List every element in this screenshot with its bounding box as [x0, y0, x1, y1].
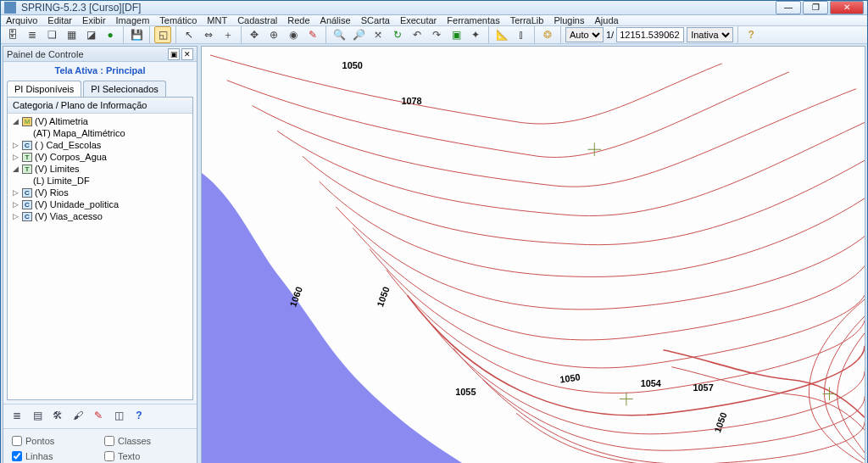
menu-temático[interactable]: Temático	[159, 15, 197, 25]
tree-node-label: (V) Altimetria	[35, 116, 88, 126]
contour-label: 1057	[693, 382, 714, 393]
tree-node[interactable]: ▷C(V) Vias_acesso	[9, 210, 191, 222]
tree-node[interactable]: ◢T(V) Limites	[9, 163, 191, 175]
check-texto[interactable]: Texto	[104, 451, 188, 461]
tree-node-label: (V) Rios	[35, 187, 69, 198]
menu-rede[interactable]: Rede	[287, 15, 309, 25]
scale-prefix: 1/	[606, 30, 614, 40]
grid-icon[interactable]: ▦	[63, 26, 80, 43]
stack-icon[interactable]: ❏	[43, 26, 60, 43]
status-mode-select[interactable]: Inativa	[687, 27, 733, 42]
contour-label: 1055	[455, 387, 476, 397]
tree-node-label: (AT) Mapa_Altimétrico	[33, 128, 125, 138]
app-icon	[4, 2, 16, 14]
add-icon[interactable]: ＋	[220, 26, 236, 43]
close-button[interactable]: ✕	[830, 1, 864, 14]
undo-icon[interactable]: ↶	[409, 26, 426, 43]
tree-node[interactable]: (L) Limite_DF	[9, 175, 191, 187]
menu-imagem[interactable]: Imagem	[116, 15, 150, 25]
tree-node-label: (L) Limite_DF	[33, 176, 90, 186]
save-icon[interactable]: 💾	[128, 26, 145, 43]
check-classes[interactable]: Classes	[104, 436, 188, 446]
contour-label: 1050	[342, 60, 363, 70]
chart-icon[interactable]: ⫿	[513, 26, 530, 43]
info-icon[interactable]: ◉	[285, 26, 302, 43]
edit-icon[interactable]: ✎	[304, 26, 321, 43]
menu-arquivo[interactable]: Arquivo	[6, 15, 37, 25]
zoom-full-icon[interactable]: ⤧	[370, 26, 387, 43]
menu-executar[interactable]: Executar	[400, 15, 437, 25]
minimize-button[interactable]: —	[776, 1, 801, 14]
eraser-icon[interactable]: ◪	[82, 26, 99, 43]
tool-wrench-icon[interactable]: 🛠	[51, 410, 64, 423]
menu-scarta[interactable]: SCarta	[361, 15, 390, 25]
menu-análise[interactable]: Análise	[320, 15, 351, 25]
measure-icon[interactable]: 📐	[493, 26, 510, 43]
tree-node-label: (V) Corpos_Agua	[35, 152, 107, 162]
wand-icon[interactable]: ✦	[467, 26, 484, 43]
layer-tree[interactable]: ◢M(V) Altimetria(AT) Mapa_Altimétrico▷C(…	[8, 114, 192, 399]
menu-ferramentas[interactable]: Ferramentas	[447, 15, 499, 25]
contour-label: 1050	[375, 285, 392, 308]
help-icon[interactable]: ?	[743, 26, 760, 43]
pan-icon[interactable]: ⇔	[200, 26, 217, 43]
menu-cadastral[interactable]: Cadastral	[237, 15, 277, 25]
check-linhas[interactable]: Linhas	[12, 451, 96, 461]
panel-close-button[interactable]: ✕	[181, 48, 193, 60]
tree-node[interactable]: ▷C(V) Unidade_politica	[9, 198, 191, 210]
menu-ajuda[interactable]: Ajuda	[594, 15, 618, 25]
tool-pencil-icon[interactable]: ✎	[92, 410, 105, 423]
menu-plugins[interactable]: Plugins	[554, 15, 584, 25]
panel-title: Painel de Controle	[7, 49, 166, 59]
db-icon[interactable]: 🗄	[4, 26, 21, 43]
zoom-in-icon[interactable]: 🔍	[331, 26, 348, 43]
tree-node-label: (V) Unidade_politica	[35, 199, 119, 209]
tool-paint-icon[interactable]: 🖌	[71, 410, 85, 423]
tree-node[interactable]: (AT) Mapa_Altimétrico	[9, 127, 191, 139]
map-canvas[interactable]: 105010781060105010551050105410571050	[201, 46, 865, 463]
target-icon[interactable]: ⊕	[265, 26, 282, 43]
menu-terralib[interactable]: TerraLib	[510, 15, 544, 25]
tree-node[interactable]: ▷C( ) Cad_Escolas	[9, 139, 191, 151]
bounds-icon[interactable]: ▣	[448, 26, 465, 43]
redo-icon[interactable]: ↷	[428, 26, 445, 43]
zoom-out-icon[interactable]: 🔎	[350, 26, 367, 43]
region-icon[interactable]: ◱	[154, 26, 171, 43]
menu-mnt[interactable]: MNT	[207, 15, 227, 25]
tool-help-icon[interactable]: ?	[132, 410, 146, 423]
pointer-icon[interactable]: ↖	[181, 26, 198, 43]
control-panel: Painel de Controle ▣ ✕ Tela Ativa : Prin…	[3, 46, 198, 463]
tree-node-label: (V) Limites	[35, 164, 80, 174]
scale-mode-select[interactable]: Auto	[565, 27, 604, 42]
tool-table-icon[interactable]: ▤	[31, 410, 44, 423]
tree-node-label: ( ) Cad_Escolas	[35, 140, 101, 150]
tool-columns-icon[interactable]: ◫	[112, 410, 125, 423]
contour-label: 1050	[712, 411, 729, 434]
globe-icon[interactable]: ❂	[539, 26, 556, 43]
panel-undock-button[interactable]: ▣	[168, 48, 180, 60]
maximize-button[interactable]: ❐	[803, 1, 828, 14]
tree-header: Categoria / Plano de Informação	[8, 98, 192, 114]
move-icon[interactable]: ✥	[246, 26, 263, 43]
tree-node-label: (V) Vias_acesso	[35, 211, 103, 221]
check-pontos[interactable]: Pontos	[12, 436, 96, 446]
tree-node[interactable]: ▷C(V) Rios	[9, 187, 191, 198]
tab-pi-disponiveis[interactable]: PI Disponíveis	[7, 81, 81, 97]
menubar: ArquivoEditarExibirImagemTemáticoMNTCada…	[1, 15, 867, 26]
menu-exibir[interactable]: Exibir	[82, 15, 106, 25]
tree-node[interactable]: ◢M(V) Altimetria	[9, 115, 191, 127]
contour-label: 1054	[641, 378, 661, 388]
active-screen-label: Tela Ativa : Principal	[3, 62, 197, 79]
tree-node[interactable]: ▷T(V) Corpos_Agua	[9, 151, 191, 163]
tool-list-icon[interactable]: ≣	[10, 410, 24, 423]
scale-input[interactable]	[616, 27, 684, 42]
menu-editar[interactable]: Editar	[47, 15, 72, 25]
circle-icon[interactable]: ●	[102, 26, 119, 43]
window-title: SPRING-5.2.3 [Curso][DF]	[21, 2, 776, 14]
refresh-icon[interactable]: ↻	[389, 26, 406, 43]
layers-icon[interactable]: ≣	[24, 26, 41, 43]
contour-label: 1060	[287, 285, 304, 308]
titlebar: SPRING-5.2.3 [Curso][DF] — ❐ ✕	[1, 1, 867, 15]
tab-pi-selecionados[interactable]: PI Selecionados	[83, 81, 166, 97]
contour-label: 1050	[559, 371, 581, 384]
